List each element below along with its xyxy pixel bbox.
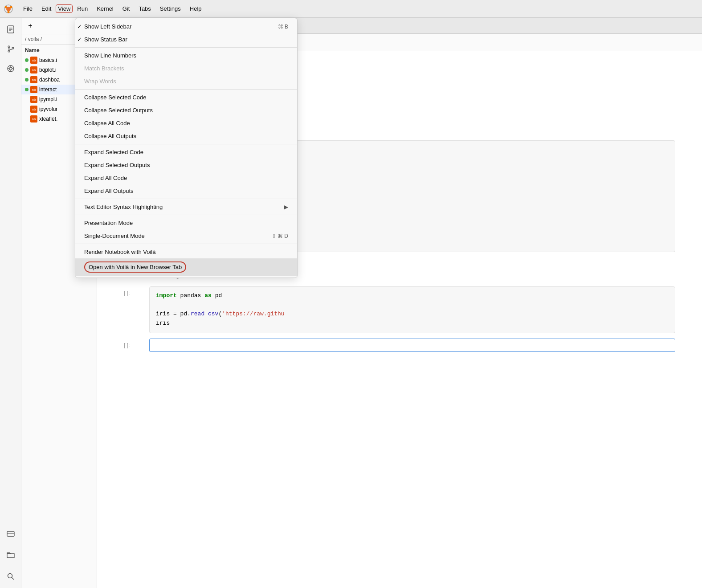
sidebar-btn-files[interactable] <box>3 21 19 37</box>
menu-help[interactable]: Help <box>185 4 206 14</box>
new-file-button[interactable]: + <box>25 20 36 31</box>
svg-point-4 <box>8 11 10 13</box>
menu-item-label: Expand Selected Outputs <box>84 162 150 168</box>
file-name: interact <box>39 86 57 93</box>
menu-item-label: Render Notebook with Voilà <box>84 249 155 255</box>
svg-point-10 <box>8 50 10 52</box>
sidebar-btn-extensions[interactable] <box>3 61 19 77</box>
svg-rect-19 <box>7 531 14 536</box>
icon-sidebar <box>0 18 21 588</box>
cell-bracket-2: [ ]: <box>124 286 144 333</box>
menu-item-label: Single-Document Mode <box>84 233 145 239</box>
svg-point-9 <box>8 46 10 48</box>
menu-item-collapse-all-outputs[interactable]: Collapse All Outputs <box>75 130 297 143</box>
menu-item-show-line-numbers[interactable]: Show Line Numbers <box>75 49 297 62</box>
menu-item-wrap-words: Wrap Words <box>75 75 297 88</box>
file-status-dot <box>25 88 29 91</box>
file-icon: nb <box>30 66 37 74</box>
file-icon: nb <box>30 106 37 113</box>
sidebar-btn-folder[interactable] <box>3 547 19 563</box>
menu-item-show-status-bar[interactable]: ✓ Show Status Bar <box>75 33 297 46</box>
menu-item-label: Collapse Selected Code <box>84 94 146 101</box>
menu-file[interactable]: File <box>19 4 37 14</box>
menu-item-label: Presentation Mode <box>84 220 133 226</box>
menu-item-collapse-selected-code[interactable]: Collapse Selected Code <box>75 91 297 104</box>
file-icon: nb <box>30 76 37 83</box>
code-cell-2: [ ]: import pandas as pd iris = pd.read_… <box>124 286 675 333</box>
separator-6 <box>75 244 297 244</box>
separator-5 <box>75 215 297 215</box>
sidebar-btn-git[interactable] <box>3 41 19 57</box>
svg-point-2 <box>5 6 7 8</box>
svg-point-1 <box>6 7 11 11</box>
menu-item-label: Expand All Outputs <box>84 188 134 194</box>
empty-cell-input[interactable] <box>149 339 675 352</box>
menu-item-render-voila[interactable]: Render Notebook with Voilà <box>75 245 297 258</box>
menu-bar: File Edit View Run Kernel Git Tabs Setti… <box>0 0 702 18</box>
open-voila-label: Open with Voilà in New Browser Tab <box>84 261 186 273</box>
shortcut-label: ⇧ ⌘ D <box>272 233 288 239</box>
check-icon: ✓ <box>77 36 82 43</box>
menu-item-label: Show Status Bar <box>84 36 127 43</box>
menu-item-show-left-sidebar[interactable]: ✓ Show Left Sidebar ⌘ B <box>75 20 297 33</box>
check-icon: ✓ <box>77 23 82 30</box>
file-status-dot <box>25 78 29 82</box>
menu-item-label: Expand Selected Code <box>84 149 143 155</box>
file-name: basics.i <box>39 57 57 63</box>
menu-item-presentation-mode[interactable]: Presentation Mode <box>75 216 297 229</box>
menu-item-label: Text Editor Syntax Highlighting <box>84 204 163 210</box>
menu-kernel[interactable]: Kernel <box>92 4 118 14</box>
menu-item-collapse-all-code[interactable]: Collapse All Code <box>75 117 297 130</box>
menu-item-label: Match Brackets <box>84 65 124 72</box>
menu-item-open-voila[interactable]: Open with Voilà in New Browser Tab <box>75 258 297 276</box>
code-block-2[interactable]: import pandas as pd iris = pd.read_csv('… <box>149 286 675 333</box>
separator-1 <box>75 47 297 48</box>
menu-item-text-editor-syntax[interactable]: Text Editor Syntax Highlighting ▶ <box>75 200 297 213</box>
file-status-dot <box>25 58 29 62</box>
file-status-dot <box>25 68 29 72</box>
separator-4 <box>75 199 297 199</box>
shortcut-label: ⌘ B <box>278 24 288 30</box>
svg-point-14 <box>9 67 12 70</box>
menu-item-expand-all-code[interactable]: Expand All Code <box>75 172 297 184</box>
menu-item-label: Expand All Code <box>84 175 127 181</box>
app-logo <box>4 4 13 14</box>
svg-point-21 <box>8 574 12 578</box>
file-name: bqplot.i <box>39 67 57 73</box>
code-line: iris = pd.read_csv('https://raw.githu <box>156 310 669 319</box>
code-cell-empty: [ ]: <box>124 339 675 352</box>
sidebar-btn-palette[interactable] <box>3 526 19 542</box>
menu-item-collapse-selected-outputs[interactable]: Collapse Selected Outputs <box>75 104 297 117</box>
menu-item-label: Wrap Words <box>84 78 116 85</box>
svg-line-22 <box>12 578 14 580</box>
menu-item-label: Collapse All Code <box>84 120 130 127</box>
menu-view[interactable]: View <box>56 4 73 13</box>
menu-item-expand-selected-outputs[interactable]: Expand Selected Outputs <box>75 159 297 172</box>
menu-item-label: Collapse All Outputs <box>84 133 136 139</box>
sidebar-btn-search[interactable] <box>3 568 19 584</box>
file-status-dot <box>25 98 29 101</box>
menu-settings[interactable]: Settings <box>155 4 185 14</box>
menu-item-single-document-mode[interactable]: Single-Document Mode ⇧ ⌘ D <box>75 229 297 242</box>
menu-item-label: Show Left Sidebar <box>84 23 131 30</box>
menu-tabs[interactable]: Tabs <box>134 4 155 14</box>
file-name: dashboa <box>39 77 60 83</box>
menu-item-expand-all-outputs[interactable]: Expand All Outputs <box>75 184 297 197</box>
file-name: xleaflet. <box>39 116 57 122</box>
file-name: ipyvolur <box>39 106 57 112</box>
menu-edit[interactable]: Edit <box>37 4 56 14</box>
file-icon: nb <box>30 86 37 93</box>
file-name: ipympl.i <box>39 96 57 102</box>
menu-item-expand-selected-code[interactable]: Expand Selected Code <box>75 146 297 159</box>
file-status-dot <box>25 117 29 121</box>
separator-2 <box>75 89 297 90</box>
menu-item-label: Collapse Selected Outputs <box>84 107 153 114</box>
code-line: iris <box>156 319 669 328</box>
separator-3 <box>75 144 297 144</box>
menu-git[interactable]: Git <box>118 4 135 14</box>
menu-item-label: Show Line Numbers <box>84 52 136 59</box>
menu-run[interactable]: Run <box>73 4 92 14</box>
file-icon: nb <box>30 115 37 122</box>
code-line <box>156 301 669 310</box>
code-line: import pandas as pd <box>156 291 669 301</box>
